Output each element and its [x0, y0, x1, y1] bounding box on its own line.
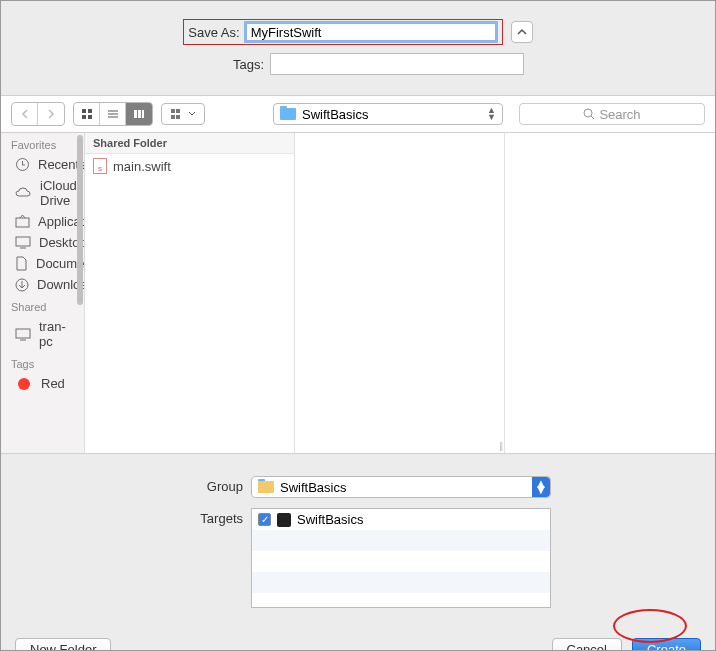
svg-rect-8: [138, 110, 141, 118]
sidebar-item-tranpc[interactable]: tran-pc: [1, 316, 84, 352]
svg-rect-13: [176, 115, 180, 119]
column-1[interactable]: Shared Folder s main.swift: [85, 133, 295, 453]
column-2[interactable]: ||: [295, 133, 505, 453]
list-icon: [107, 108, 119, 120]
sidebar: Favorites Recents iCloud Drive Applicati…: [1, 133, 85, 453]
search-icon: [583, 108, 595, 120]
new-folder-button[interactable]: New Folder: [15, 638, 111, 651]
tags-input[interactable]: [270, 53, 524, 75]
grid-icon: [81, 108, 93, 120]
file-name: main.swift: [113, 159, 171, 174]
red-tag-icon: [15, 378, 33, 390]
chevron-up-icon: [517, 28, 527, 36]
options-panel: Group SwiftBasics ▲▼ Targets ✓ SwiftBasi…: [1, 453, 715, 628]
svg-rect-1: [88, 109, 92, 113]
sidebar-item-icloud[interactable]: iCloud Drive: [1, 175, 84, 211]
create-button[interactable]: Create: [632, 638, 701, 651]
cancel-button[interactable]: Cancel: [552, 638, 622, 651]
desktop-icon: [15, 236, 31, 249]
dialog-buttons: New Folder Cancel Create: [1, 628, 715, 651]
view-column-button[interactable]: [126, 103, 152, 125]
target-row-empty: [252, 551, 550, 572]
sidebar-section-favorites: Favorites: [1, 133, 84, 154]
sidebar-item-downloads[interactable]: Downloads: [1, 274, 84, 295]
target-row[interactable]: ✓ SwiftBasics: [252, 509, 550, 530]
columns-icon: [133, 108, 145, 120]
column-view: Shared Folder s main.swift ||: [85, 133, 715, 453]
save-panel-header: Save As: Tags:: [1, 1, 715, 96]
svg-rect-3: [88, 115, 92, 119]
group-value: SwiftBasics: [280, 480, 346, 495]
svg-rect-0: [82, 109, 86, 113]
group-icon: [171, 108, 185, 120]
target-checkbox[interactable]: ✓: [258, 513, 271, 526]
collapse-toggle-button[interactable]: [511, 21, 533, 43]
group-label: Group: [1, 476, 251, 494]
chevron-left-icon: [21, 109, 29, 119]
view-list-button[interactable]: [100, 103, 126, 125]
column-resize-handle[interactable]: ||: [497, 441, 504, 453]
sidebar-item-red-tag[interactable]: Red: [1, 373, 84, 394]
sidebar-scrollbar[interactable]: [77, 135, 83, 305]
svg-rect-17: [16, 218, 29, 227]
svg-rect-12: [171, 115, 175, 119]
file-browser: Favorites Recents iCloud Drive Applicati…: [1, 133, 715, 453]
back-button[interactable]: [12, 103, 38, 125]
sidebar-item-label: tran-pc: [39, 319, 74, 349]
forward-button[interactable]: [38, 103, 64, 125]
svg-rect-18: [16, 237, 30, 246]
search-input[interactable]: Search: [519, 103, 705, 125]
doc-icon: [15, 256, 28, 271]
tags-label: Tags:: [192, 57, 264, 72]
search-placeholder: Search: [599, 107, 640, 122]
svg-rect-21: [16, 329, 30, 338]
group-popup[interactable]: SwiftBasics ▲▼: [251, 476, 551, 498]
sidebar-section-tags: Tags: [1, 352, 84, 373]
view-mode-switch: [73, 102, 153, 126]
path-label: SwiftBasics: [302, 107, 368, 122]
view-icon-button[interactable]: [74, 103, 100, 125]
browser-toolbar: SwiftBasics ▲▼ Search: [1, 96, 715, 133]
updown-icon: ▲▼: [532, 477, 550, 497]
cloud-icon: [15, 187, 32, 199]
download-icon: [15, 278, 29, 292]
nav-back-forward: [11, 102, 65, 126]
svg-line-15: [591, 116, 594, 119]
folder-icon: [258, 481, 274, 493]
svg-rect-11: [176, 109, 180, 113]
chevron-right-icon: [47, 109, 55, 119]
target-name: SwiftBasics: [297, 512, 363, 527]
sidebar-item-desktop[interactable]: Desktop: [1, 232, 84, 253]
svg-point-14: [584, 109, 592, 117]
sidebar-item-applications[interactable]: Applications: [1, 211, 84, 232]
svg-rect-10: [171, 109, 175, 113]
column-3[interactable]: [505, 133, 715, 453]
swift-file-icon: s: [93, 158, 107, 174]
updown-icon: ▲▼: [487, 107, 496, 121]
sidebar-section-shared: Shared: [1, 295, 84, 316]
svg-rect-9: [142, 110, 144, 118]
group-by-button[interactable]: [161, 103, 205, 125]
save-as-input[interactable]: [244, 21, 498, 43]
app-icon: [277, 513, 291, 527]
target-row-empty: [252, 572, 550, 593]
display-icon: [15, 328, 31, 341]
svg-rect-2: [82, 115, 86, 119]
apps-icon: [15, 214, 30, 229]
file-item-main-swift[interactable]: s main.swift: [85, 154, 294, 178]
column-header: Shared Folder: [85, 133, 294, 154]
save-as-label: Save As:: [188, 25, 239, 40]
folder-icon: [280, 108, 296, 120]
targets-label: Targets: [1, 508, 251, 526]
save-as-highlight: Save As:: [183, 19, 502, 45]
target-row-empty: [252, 530, 550, 551]
path-popup[interactable]: SwiftBasics ▲▼: [273, 103, 503, 125]
sidebar-item-label: Red: [41, 376, 65, 391]
clock-icon: [15, 157, 30, 172]
sidebar-item-recents[interactable]: Recents: [1, 154, 84, 175]
svg-rect-7: [134, 110, 137, 118]
targets-list[interactable]: ✓ SwiftBasics: [251, 508, 551, 608]
sidebar-item-documents[interactable]: Documents: [1, 253, 84, 274]
sidebar-item-label: iCloud Drive: [40, 178, 77, 208]
chevron-down-icon: [188, 111, 196, 117]
